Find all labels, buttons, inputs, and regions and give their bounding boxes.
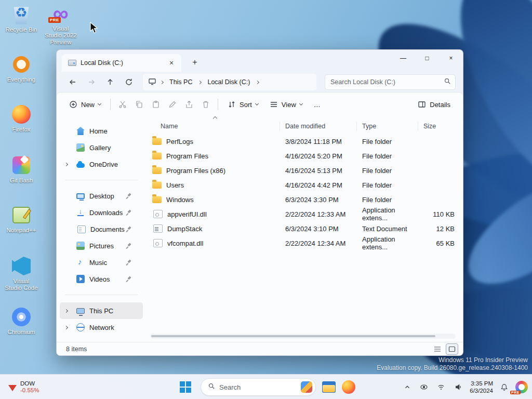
desktop-icon-visual-studio[interactable]: ∞ PRE Visual Studio 2022 Preview	[44, 3, 78, 46]
drive-icon	[68, 60, 76, 66]
taskbar-search[interactable]: Search	[201, 378, 316, 396]
search-box[interactable]	[325, 74, 456, 90]
stock-down-arrow-icon	[8, 385, 17, 391]
table-row[interactable]: DumpStack 6/3/2024 3:10 PM Text Document…	[149, 221, 458, 236]
sidebar-item-home[interactable]: Home	[60, 123, 143, 139]
firefox-icon	[12, 105, 31, 124]
explorer-body: New Sort	[57, 92, 463, 355]
desktop-icon-recycle-bin[interactable]: ♻ Recycle Bin	[4, 4, 38, 33]
taskbar-file-explorer-icon[interactable]	[322, 381, 336, 393]
horizontal-scrollbar[interactable]	[150, 334, 456, 339]
column-header-date-modified[interactable]: Date modified	[280, 122, 357, 131]
file-name: Program Files	[166, 152, 208, 160]
minimize-button[interactable]: —	[391, 50, 415, 66]
rename-button[interactable]	[165, 96, 180, 113]
breadcrumb-this-pc[interactable]: This PC	[167, 77, 194, 87]
sidebar-item-label: Desktop	[89, 192, 114, 200]
widget-title: DOW	[20, 380, 39, 387]
desktop-icon-git-bash[interactable]: Git Bash	[4, 155, 38, 184]
cut-button[interactable]	[115, 96, 130, 113]
taskbar-firefox-icon[interactable]	[342, 380, 355, 394]
up-button[interactable]	[102, 74, 118, 90]
sidebar-item-downloads[interactable]: Downloads	[60, 204, 143, 221]
volume-icon[interactable]	[453, 382, 464, 392]
view-button[interactable]: View	[264, 96, 308, 113]
chevron-right-icon[interactable]	[64, 309, 68, 312]
taskbar-clock[interactable]: 3:35 PM 6/3/2024	[470, 380, 493, 394]
wifi-icon[interactable]	[435, 382, 447, 392]
close-button[interactable]: ×	[439, 50, 463, 66]
desktop-icon-firefox[interactable]: Firefox	[4, 104, 38, 133]
large-icons-view-button[interactable]	[446, 344, 458, 354]
column-header-type[interactable]: Type	[357, 122, 418, 131]
monitor-icon[interactable]	[148, 77, 156, 87]
table-row[interactable]: Program Files (x86) 4/16/2024 5:13 PM Fi…	[149, 163, 458, 178]
sidebar-item-documents[interactable]: Documents	[60, 221, 143, 237]
sidebar-item-this-pc[interactable]: This PC	[60, 302, 143, 319]
search-highlight-icon	[301, 381, 312, 393]
privacy-eye-icon[interactable]	[418, 382, 430, 392]
share-button[interactable]	[181, 96, 197, 113]
table-row[interactable]: vfcompat.dll 2/22/2024 12:34 AM Applicat…	[149, 236, 458, 250]
details-view-button[interactable]	[432, 344, 443, 354]
chevron-right-icon[interactable]	[64, 325, 68, 329]
sidebar-item-onedrive[interactable]: OneDrive	[60, 156, 143, 172]
toolbar-divider	[218, 99, 218, 110]
notification-bell-icon[interactable]	[499, 382, 510, 393]
sidebar-item-label: Downloads	[89, 209, 123, 217]
breadcrumb-local-disk[interactable]: Local Disk (C:)	[205, 77, 252, 87]
watermark-line1: Windows 11 Pro Insider Preview	[377, 356, 528, 364]
sort-button[interactable]: Sort	[222, 96, 263, 113]
desktop-icon-chromium[interactable]: Chromium	[4, 307, 38, 336]
desktop-icon-label: Notepad++	[4, 227, 38, 234]
chevron-right-icon[interactable]	[64, 162, 68, 166]
weather-stocks-widget[interactable]: DOW -0.55%	[3, 375, 44, 399]
delete-button[interactable]	[198, 96, 214, 113]
start-button[interactable]	[177, 378, 194, 396]
text-document-icon	[153, 224, 163, 233]
column-header-name[interactable]: Name	[149, 122, 280, 131]
sidebar-item-videos[interactable]: Videos	[60, 271, 143, 287]
pin-icon	[126, 276, 131, 282]
scrollbar-thumb[interactable]	[151, 335, 435, 337]
desktop-icon-vscode[interactable]: Visual Studio Code	[4, 256, 38, 291]
table-row[interactable]: appverifUI.dll 2/22/2024 12:33 AM Applic…	[149, 207, 458, 221]
table-row[interactable]: Program Files 4/16/2024 5:20 PM File fol…	[149, 149, 458, 163]
preview-badge: PRE	[48, 17, 61, 23]
table-row[interactable]: Users 4/16/2024 4:42 PM File folder	[149, 178, 458, 192]
sidebar-item-desktop[interactable]: Desktop	[60, 188, 143, 204]
new-tab-button[interactable]: +	[188, 55, 202, 70]
sidebar-item-pictures[interactable]: Pictures	[60, 237, 143, 254]
table-row[interactable]: PerfLogs 3/8/2024 11:18 PM File folder	[149, 134, 458, 149]
insider-app-icon[interactable]: PRE	[515, 381, 528, 393]
table-row[interactable]: Windows 6/3/2024 3:30 PM File folder	[149, 192, 458, 207]
back-button[interactable]	[65, 74, 81, 90]
sidebar-item-label: Pictures	[89, 242, 114, 250]
new-button[interactable]: New	[64, 96, 106, 113]
sidebar-item-music[interactable]: Music	[60, 254, 143, 271]
explorer-tab[interactable]: Local Disk (C:) ×	[62, 54, 181, 72]
sort-button-label: Sort	[240, 101, 252, 109]
desktop-icon-everything[interactable]: Everything	[4, 54, 38, 83]
forward-button[interactable]	[84, 74, 99, 90]
sidebar-item-label: Network	[89, 324, 114, 331]
sidebar-item-network[interactable]: Network	[60, 319, 143, 336]
desktop-icon-notepad-plus-plus[interactable]: Notepad++	[4, 205, 38, 234]
file-type: File folder	[357, 196, 418, 204]
more-options-button[interactable]: …	[309, 96, 326, 113]
copy-button[interactable]	[131, 96, 147, 113]
sidebar-item-label: Videos	[89, 275, 110, 283]
sidebar-item-gallery[interactable]: Gallery	[60, 139, 143, 156]
item-count: 8 items	[66, 345, 87, 353]
tab-close-button[interactable]: ×	[166, 57, 177, 69]
new-button-label: New	[81, 101, 95, 109]
clock-time: 3:35 PM	[470, 380, 493, 387]
maximize-button[interactable]: □	[415, 50, 439, 66]
sidebar-item-label: This PC	[89, 307, 113, 315]
details-pane-button[interactable]: Details	[413, 96, 456, 113]
search-input[interactable]	[330, 78, 444, 86]
column-header-size[interactable]: Size	[418, 122, 458, 131]
hidden-icons-chevron[interactable]	[402, 382, 413, 392]
paste-button[interactable]	[148, 96, 164, 113]
refresh-button[interactable]	[121, 74, 137, 90]
